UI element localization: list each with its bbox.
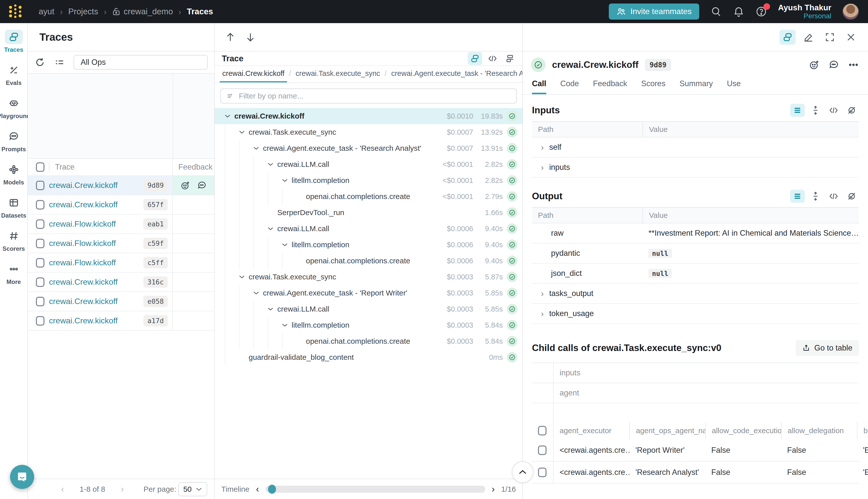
table-row[interactable]: crewai.Crew.kickoff 657f bbox=[28, 195, 214, 215]
tab-scores[interactable]: Scores bbox=[641, 79, 665, 94]
timeline-prev-chevron[interactable]: ‹ bbox=[256, 484, 259, 495]
close-button[interactable] bbox=[843, 30, 859, 45]
per-page-select[interactable]: 50 bbox=[178, 482, 207, 496]
tree-view-button[interactable] bbox=[468, 52, 482, 65]
row-checkbox[interactable] bbox=[36, 200, 45, 209]
chevron-down-icon[interactable] bbox=[239, 130, 248, 134]
span-row[interactable]: crewai.LLM.call $0.00035.85s bbox=[215, 301, 522, 317]
span-row[interactable]: openai.chat.completions.create $0.00069.… bbox=[215, 253, 522, 269]
table-row[interactable]: crewai.Crew.kickoff 9d89 bbox=[28, 176, 214, 195]
row-checkbox[interactable] bbox=[36, 219, 45, 229]
expand-rows-button[interactable] bbox=[808, 190, 823, 203]
ops-filter-select[interactable]: All Ops bbox=[74, 55, 208, 70]
input-row-self[interactable]: ›self bbox=[532, 137, 859, 158]
timeline-slider[interactable] bbox=[265, 486, 485, 493]
expand-button[interactable] bbox=[822, 30, 838, 45]
chevron-right-icon[interactable]: › bbox=[541, 143, 544, 152]
help-icon[interactable] bbox=[756, 6, 767, 17]
edit-button[interactable] bbox=[801, 30, 817, 45]
add-emoji-icon[interactable] bbox=[809, 59, 820, 70]
sidebar-item-evals[interactable]: Evals bbox=[0, 63, 27, 86]
chevron-down-icon[interactable] bbox=[282, 179, 290, 182]
select-all-checkbox[interactable] bbox=[538, 426, 546, 436]
span-row[interactable]: litellm.completion $0.00069.40s bbox=[215, 237, 522, 253]
table-row[interactable]: crewai.Flow.kickoff eab1 bbox=[28, 215, 214, 234]
chevron-down-icon[interactable] bbox=[268, 162, 276, 166]
comment-icon[interactable] bbox=[197, 180, 207, 191]
chevron-down-icon[interactable] bbox=[253, 146, 262, 150]
table-row[interactable]: crewai.Flow.kickoff c5ff bbox=[28, 253, 214, 272]
tab-feedback[interactable]: Feedback bbox=[593, 79, 627, 94]
sidebar-item-datasets[interactable]: Datasets bbox=[0, 195, 27, 219]
output-row-json-dict[interactable]: json_dict null bbox=[532, 264, 859, 284]
trace-breadcrumb-tab[interactable]: crewai.Task.execute_sync bbox=[293, 69, 383, 83]
breadcrumb-page[interactable]: Traces bbox=[187, 7, 213, 16]
search-icon[interactable] bbox=[710, 6, 722, 17]
chevron-right-icon[interactable]: › bbox=[541, 309, 544, 318]
op-filter-field[interactable] bbox=[220, 88, 517, 104]
chevron-down-icon[interactable] bbox=[268, 307, 276, 311]
collapse-panel-button[interactable] bbox=[512, 461, 533, 483]
tab-use[interactable]: Use bbox=[727, 79, 741, 94]
tab-summary[interactable]: Summary bbox=[680, 79, 713, 94]
table-row[interactable]: crewai.Flow.kickoff c59f bbox=[28, 234, 214, 253]
list-view-button[interactable] bbox=[790, 104, 805, 117]
wandb-logo-icon[interactable] bbox=[7, 3, 24, 20]
span-row[interactable]: litellm.completion <$0.00012.82s bbox=[215, 172, 522, 188]
output-row-pydantic[interactable]: pydantic null bbox=[532, 243, 859, 264]
list-view-button[interactable] bbox=[790, 190, 805, 203]
trace-breadcrumb-tab[interactable]: crewai.Crew.kickoff bbox=[220, 69, 287, 83]
column-settings-icon[interactable] bbox=[54, 57, 65, 68]
tab-call[interactable]: Call bbox=[532, 79, 546, 94]
column-header[interactable]: b bbox=[857, 422, 868, 439]
span-row[interactable]: crewai.Agent.execute_task - 'Report Writ… bbox=[215, 285, 522, 301]
row-checkbox[interactable] bbox=[538, 467, 546, 477]
table-row[interactable]: <crewai.agents.cre… 'Report Writer' Fals… bbox=[532, 439, 859, 462]
chevron-down-icon[interactable] bbox=[282, 324, 290, 327]
chevron-right-icon[interactable]: › bbox=[541, 163, 544, 172]
go-to-table-button[interactable]: Go to table bbox=[796, 340, 859, 356]
span-row[interactable]: guardrail-validate_blog_content 0ms bbox=[215, 349, 522, 365]
chevron-right-icon[interactable]: › bbox=[541, 289, 544, 298]
avatar[interactable] bbox=[842, 3, 859, 20]
row-checkbox[interactable] bbox=[36, 277, 45, 287]
chevron-down-icon[interactable] bbox=[239, 275, 248, 279]
span-row[interactable]: openai.chat.completions.create <$0.00012… bbox=[215, 188, 522, 205]
breadcrumb-entity[interactable]: ayut bbox=[39, 7, 54, 16]
breadcrumb-projects[interactable]: Projects bbox=[68, 7, 98, 16]
table-row[interactable]: crewai.Crew.kickoff e058 bbox=[28, 292, 214, 311]
chevron-down-icon[interactable] bbox=[268, 227, 276, 230]
timeline-slider-thumb[interactable] bbox=[268, 485, 276, 494]
table-row[interactable]: <crewai.agents.cre… 'Research Analyst' F… bbox=[532, 462, 859, 484]
sidebar-item-prompts[interactable]: Prompts bbox=[0, 129, 27, 153]
prev-page-chevron[interactable]: ‹ bbox=[58, 484, 67, 494]
output-row-raw[interactable]: raw **Investment Report: AI in Chemical … bbox=[532, 223, 859, 243]
code-view-button[interactable] bbox=[826, 190, 841, 203]
column-header[interactable]: agent_ops_agent_nan bbox=[629, 422, 705, 439]
span-row[interactable]: openai.chat.completions.create $0.00035.… bbox=[215, 333, 522, 349]
span-row[interactable]: litellm.completion $0.00035.84s bbox=[215, 317, 522, 333]
flame-graph-button[interactable] bbox=[503, 52, 517, 65]
sidebar-item-models[interactable]: Models bbox=[0, 162, 27, 186]
span-row[interactable]: crewai.Task.execute_sync $0.00035.87s bbox=[215, 269, 522, 285]
row-checkbox[interactable] bbox=[36, 181, 45, 190]
row-checkbox[interactable] bbox=[36, 316, 45, 326]
code-view-button[interactable] bbox=[485, 52, 500, 65]
row-checkbox[interactable] bbox=[36, 239, 45, 248]
arrow-down-icon[interactable] bbox=[245, 32, 256, 43]
chevron-down-icon[interactable] bbox=[253, 291, 262, 295]
span-row[interactable]: crewai.LLM.call <$0.00012.82s bbox=[215, 156, 522, 172]
select-all-checkbox[interactable] bbox=[36, 162, 45, 172]
sidebar-item-traces[interactable]: Traces bbox=[0, 30, 27, 53]
next-page-chevron[interactable]: › bbox=[117, 484, 127, 494]
table-row[interactable]: crewai.Crew.kickoff 316c bbox=[28, 272, 214, 292]
row-checkbox[interactable] bbox=[36, 258, 45, 268]
sidebar-item-more[interactable]: More bbox=[0, 262, 27, 285]
trace-breadcrumb-tab[interactable]: crewai.Agent.execute_task - 'Research An… bbox=[389, 69, 522, 83]
hide-values-button[interactable] bbox=[844, 104, 859, 117]
column-header[interactable]: agent_executor bbox=[554, 422, 629, 439]
chat-support-button[interactable] bbox=[10, 465, 34, 489]
overflow-menu-icon[interactable] bbox=[848, 59, 859, 70]
notifications-bell-icon[interactable] bbox=[733, 6, 744, 17]
code-view-button[interactable] bbox=[826, 104, 841, 117]
